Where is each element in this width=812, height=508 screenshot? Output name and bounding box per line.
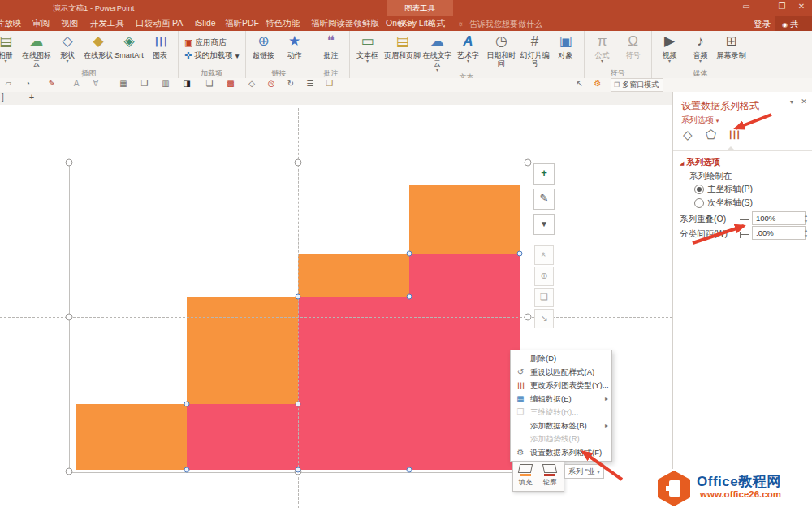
gap-spinner[interactable]: ▲▼ [803,228,809,239]
tab-slideshow[interactable]: 片放映 [0,18,22,29]
qbar-pen-tool-icon[interactable]: ✎ [45,79,58,88]
resize-handle[interactable] [66,314,73,321]
fill-line-tab-icon[interactable]: ◇ [683,128,693,142]
qbar-pattern-tool-icon[interactable]: ▩ [224,79,237,88]
series-point-handle[interactable] [517,251,523,257]
ribbon-options-icon[interactable]: ▭ [737,2,755,11]
gap-width-input[interactable]: .00% [752,226,806,240]
qbar-char-flip-icon[interactable]: ∀ [89,79,102,88]
share-button[interactable]: ◉共享 [775,16,812,31]
qbar-folder-tool-icon[interactable]: ❒ [323,79,336,88]
new-window-tab-button[interactable]: + [24,92,39,104]
overlap-spinner[interactable]: ▲▼ [803,213,809,224]
resize-handle[interactable] [525,314,532,321]
btn-video[interactable]: ▶ 视频▾ [655,33,685,63]
qbar-gear-icon[interactable]: ⚙ [591,79,604,88]
btn-symbol[interactable]: Ω 符号 [619,33,648,59]
tab-pocket-animation[interactable]: 口袋动画 PA [136,18,183,29]
minimize-icon[interactable]: — [755,2,773,11]
series-options-dropdown[interactable]: 系列选项 ▾ [681,115,719,126]
tab-foxit-reader[interactable]: 福昕阅读器领鲜版 [311,18,379,29]
series-options-section[interactable]: ◢ 系列选项 [680,157,720,168]
effects-tab-icon[interactable]: ⬠ [706,128,716,142]
series-overlap-input[interactable]: 100% [752,211,806,225]
menu-item-edit-data[interactable]: ▦编辑数据(E)▸ [511,393,611,406]
btn-header-footer[interactable]: ▤ 页眉和页脚 [384,33,421,59]
fill-button[interactable]: 填充 [513,462,538,491]
tab-islide[interactable]: iSlide [195,18,216,28]
btn-textbox[interactable]: ▭ 文本框▾ [353,33,382,63]
outline-button[interactable]: 轮廓 [538,462,562,491]
tab-foxit-pdf[interactable]: 福昕PDF [225,18,259,29]
btn-slide-number[interactable]: # 幻灯片编号 [520,33,550,68]
btn-online-shapes[interactable]: ◆ 在线形状 [84,33,113,59]
close-icon[interactable]: ✕ [793,2,810,11]
align-center-button[interactable]: ⊕ [534,267,554,286]
btn-object[interactable]: ▣ 对象 [551,33,581,59]
btn-online-wordcloud[interactable]: ☁ 在线文字云▾ [423,33,452,72]
menu-item-change-chart-type[interactable]: ☰更改系列图表类型(Y)... [511,379,611,393]
qbar-diamond-tool-icon[interactable]: ◇ [245,79,258,88]
menu-item-add-data-labels[interactable]: 添加数据标签(B)▸ [511,419,611,433]
btn-date-time[interactable]: ◷ 日期和时间 [485,33,519,68]
qbar-shape-tool-icon[interactable]: ▱ [2,79,15,88]
tab-review[interactable]: 审阅 [32,18,50,29]
series-point-handle[interactable] [407,251,412,257]
btn-online-icon-cloud[interactable]: ☁ 在线图标云 [22,33,51,68]
qbar-circle-tool-icon[interactable]: ◔ [21,79,34,88]
menu-item-reset-style[interactable]: ↺重设以匹配样式(A) [511,366,611,380]
menu-item-delete[interactable]: 删除(D) [511,352,611,366]
chart-selection-frame[interactable] [69,163,529,473]
qbar-slides-tool-icon[interactable]: ▥ [159,79,172,88]
document-tab[interactable]: ] [2,93,4,102]
chart-style-button[interactable]: ✎ [533,189,555,210]
btn-action[interactable]: ★ 动作 [280,33,309,59]
tab-view[interactable]: 视图 [61,18,78,29]
qbar-rotate-tool-icon[interactable]: ↻ [284,79,297,88]
chart-filter-button[interactable]: ▼ [533,214,555,235]
menu-item-3d-rotation[interactable]: ❐三维旋转(R)... [511,406,611,419]
pane-close-icon[interactable]: ✕ [799,98,809,106]
btn-comment[interactable]: ❝ 批注 [317,33,346,59]
qbar-cursor-icon[interactable]: ↖ [573,79,586,88]
series-point-handle[interactable] [296,294,301,300]
btn-audio[interactable]: ♪ 音频▾ [686,33,715,63]
series-point-handle[interactable] [296,402,301,407]
tab-developer[interactable]: 开发工具 [90,18,124,29]
series-point-handle[interactable] [407,294,412,300]
qbar-paste-tool-icon[interactable]: ❏ [203,79,216,88]
series-options-tab-icon[interactable]: ☰ [728,128,739,142]
btn-album[interactable]: ▤ 相册▾ [0,33,20,63]
qbar-font-tool-icon[interactable]: A [70,79,83,88]
tab-special-features[interactable]: 特色功能 [266,18,300,29]
layers-button[interactable]: ❏ [534,288,554,307]
secondary-axis-radio[interactable] [694,198,704,208]
btn-my-addins[interactable]: ✜ 我的加载项 ▾ [184,49,240,62]
qbar-color-tool-icon[interactable]: ◨ [180,79,193,88]
overlap-slider-icon[interactable] [740,219,749,220]
sign-in-link[interactable]: 登录 [754,19,771,30]
btn-wordart[interactable]: A 艺术字▾ [454,33,483,63]
btn-screen-record[interactable]: ⊞ 屏幕录制 [717,33,746,59]
chart-elements-button[interactable]: + [533,163,555,185]
btn-equation[interactable]: π 公式▾ [588,33,617,63]
series-point-handle[interactable] [296,467,301,473]
resize-handle[interactable] [66,159,73,167]
pane-options-icon[interactable]: ▾ [787,98,797,106]
collapse-buttons-button[interactable]: « [534,245,554,265]
series-selector-dropdown[interactable]: 系列 "业 ▾ [564,464,604,479]
resize-handle[interactable] [66,468,73,475]
restore-icon[interactable]: ❐ [773,2,791,11]
qbar-align-tool-icon[interactable]: ☰ [304,79,317,88]
tell-me-search[interactable]: 告诉我您想要做什么 [469,19,542,30]
btn-smartart[interactable]: ◈ SmartArt [114,33,144,59]
qbar-print-tool-icon[interactable]: ❐ [138,79,151,88]
primary-axis-radio[interactable] [694,185,704,194]
qbar-image-tool-icon[interactable]: ▦ [117,79,130,88]
btn-app-store[interactable]: ▣ 应用商店 [184,36,226,49]
btn-shapes[interactable]: ◇ 形状▾ [53,33,82,63]
tab-chart-design[interactable]: 设计 [398,18,415,29]
series-point-handle[interactable] [184,467,190,473]
menu-item-format-data-series[interactable]: ⚙设置数据系列格式(F) [511,446,611,460]
multi-window-mode-button[interactable]: ❐多窗口模式 [611,78,663,92]
